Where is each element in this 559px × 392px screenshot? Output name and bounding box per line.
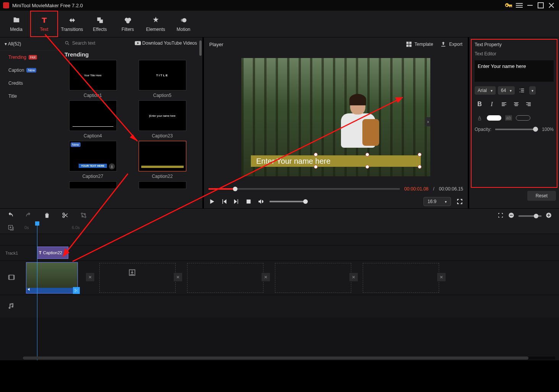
key-icon[interactable] bbox=[504, 1, 513, 10]
video-track[interactable] bbox=[0, 260, 559, 295]
caption-template[interactable]: Your Title Here Caption1 bbox=[62, 60, 123, 98]
tab-filters-label: Filters bbox=[121, 27, 134, 32]
split-clip-icon[interactable] bbox=[73, 287, 80, 294]
close-button[interactable] bbox=[547, 1, 556, 10]
tab-text[interactable]: Text bbox=[30, 11, 58, 37]
highlight-swatch[interactable] bbox=[516, 115, 530, 121]
zoom-out-button[interactable] bbox=[508, 212, 515, 220]
audio-track[interactable] bbox=[0, 295, 559, 318]
category-credits[interactable]: Credits bbox=[0, 77, 59, 90]
delete-button[interactable] bbox=[44, 212, 50, 220]
zoom-fit-button[interactable] bbox=[497, 212, 504, 220]
category-caption[interactable]: Caption New bbox=[0, 64, 59, 77]
play-button[interactable] bbox=[208, 198, 215, 205]
caption-template[interactable] bbox=[132, 181, 193, 189]
fullscreen-button[interactable] bbox=[456, 198, 463, 205]
stop-button[interactable] bbox=[245, 198, 252, 205]
category-all[interactable]: ▾ All(52) bbox=[0, 37, 59, 51]
transition-slot[interactable] bbox=[437, 273, 446, 281]
caption-template[interactable]: New YOUR TEXT HERE Caption27 bbox=[62, 141, 123, 179]
undo-button[interactable] bbox=[7, 212, 14, 220]
text-editor-label: Text Editor bbox=[475, 51, 554, 56]
caption-template[interactable]: Caption22 bbox=[132, 141, 193, 179]
download-icon[interactable] bbox=[109, 163, 115, 169]
aspect-select[interactable]: 16:9 bbox=[423, 197, 451, 206]
empty-slot[interactable] bbox=[363, 263, 439, 293]
app-logo bbox=[3, 2, 9, 8]
timeline-ruler[interactable]: 0s 6.0s bbox=[0, 223, 559, 234]
transition-slot[interactable] bbox=[349, 273, 358, 281]
seek-slider[interactable] bbox=[208, 188, 400, 190]
volume-icon[interactable] bbox=[257, 198, 264, 205]
titlebar: MiniTool MovieMaker Free 7.2.0 bbox=[0, 0, 559, 11]
tab-motion[interactable]: Motion bbox=[170, 11, 197, 37]
thumb-label: Caption23 bbox=[152, 133, 173, 139]
download-youtube-button[interactable]: Download YouTube Videos bbox=[135, 40, 197, 46]
playhead[interactable] bbox=[37, 223, 37, 360]
empty-slot[interactable] bbox=[99, 263, 176, 293]
tab-media[interactable]: Media bbox=[2, 11, 30, 37]
prev-frame-button[interactable] bbox=[221, 198, 228, 205]
timeline-h-scrollbar[interactable] bbox=[23, 357, 555, 360]
zoom-in-button[interactable] bbox=[545, 212, 552, 220]
template-label: Template bbox=[415, 42, 433, 47]
split-button[interactable] bbox=[62, 212, 69, 220]
template-button[interactable]: Template bbox=[406, 41, 433, 48]
category-sidebar: ▾ All(52) Trending Hot Caption New Credi… bbox=[0, 37, 59, 208]
caption-template[interactable]: TITLE Caption5 bbox=[132, 60, 193, 98]
caption-template[interactable] bbox=[62, 181, 123, 189]
text-editor-input[interactable]: Enter Your name here bbox=[475, 60, 554, 82]
caption-template[interactable]: | Enter your name here Caption23 bbox=[132, 100, 193, 139]
transition-slot[interactable] bbox=[86, 273, 94, 281]
reset-button[interactable]: Reset bbox=[527, 191, 556, 201]
caption-text[interactable]: Enter Your name here bbox=[251, 157, 331, 166]
next-frame-button[interactable] bbox=[233, 198, 240, 205]
caption-template[interactable]: Caption4 bbox=[62, 100, 123, 139]
highlight-color-button[interactable]: ab bbox=[504, 113, 514, 123]
more-select[interactable] bbox=[529, 86, 536, 95]
tab-transitions[interactable]: Transitions bbox=[58, 11, 86, 37]
gallery-scrollbar[interactable] bbox=[199, 40, 202, 56]
text-color-button[interactable]: A bbox=[475, 113, 485, 123]
minimize-button[interactable] bbox=[525, 1, 535, 10]
redo-button[interactable] bbox=[25, 212, 32, 220]
reset-label: Reset bbox=[536, 193, 548, 198]
video-clip[interactable] bbox=[26, 262, 78, 294]
tab-elements-label: Elements bbox=[146, 27, 165, 32]
crop-button[interactable] bbox=[80, 212, 87, 220]
export-button[interactable]: Export bbox=[440, 41, 462, 48]
expand-right-icon[interactable]: › bbox=[425, 117, 430, 126]
text-track[interactable]: Track1 TCaption22 bbox=[0, 245, 559, 260]
transition-slot[interactable] bbox=[262, 273, 270, 281]
search-input[interactable]: Search text bbox=[65, 40, 135, 46]
zoom-slider[interactable] bbox=[519, 215, 541, 217]
chevron-down-icon bbox=[491, 88, 493, 93]
text-clip[interactable]: TCaption22 bbox=[37, 247, 68, 259]
align-center-button[interactable] bbox=[511, 99, 521, 109]
thumb-hint: Enter your name here bbox=[150, 115, 176, 117]
align-right-button[interactable] bbox=[523, 99, 533, 109]
category-title[interactable]: Title bbox=[0, 90, 59, 103]
property-title: Text Property bbox=[475, 42, 554, 47]
bold-button[interactable]: B bbox=[475, 99, 485, 109]
hamburger-icon[interactable] bbox=[515, 1, 524, 10]
category-trending[interactable]: Trending Hot bbox=[0, 51, 59, 64]
tab-elements[interactable]: Elements bbox=[142, 11, 170, 37]
add-media-icon[interactable] bbox=[128, 268, 136, 277]
preview-canvas[interactable]: / Enter Your name here › bbox=[241, 58, 430, 176]
color-swatch[interactable] bbox=[487, 115, 501, 121]
font-select[interactable]: Arial bbox=[475, 86, 496, 95]
transition-slot[interactable] bbox=[174, 273, 182, 281]
italic-button[interactable]: I bbox=[487, 99, 497, 109]
tab-effects[interactable]: Effects bbox=[86, 11, 114, 37]
add-track-button[interactable] bbox=[8, 224, 15, 231]
align-left-button[interactable] bbox=[499, 99, 509, 109]
empty-slot[interactable] bbox=[187, 263, 263, 293]
opacity-slider[interactable] bbox=[495, 129, 538, 130]
empty-slot[interactable] bbox=[275, 263, 351, 293]
size-select[interactable]: 64 bbox=[498, 86, 515, 95]
maximize-button[interactable] bbox=[536, 1, 545, 10]
line-spacing-button[interactable] bbox=[517, 85, 527, 95]
tab-filters[interactable]: Filters bbox=[114, 11, 142, 37]
volume-slider[interactable] bbox=[270, 201, 308, 202]
